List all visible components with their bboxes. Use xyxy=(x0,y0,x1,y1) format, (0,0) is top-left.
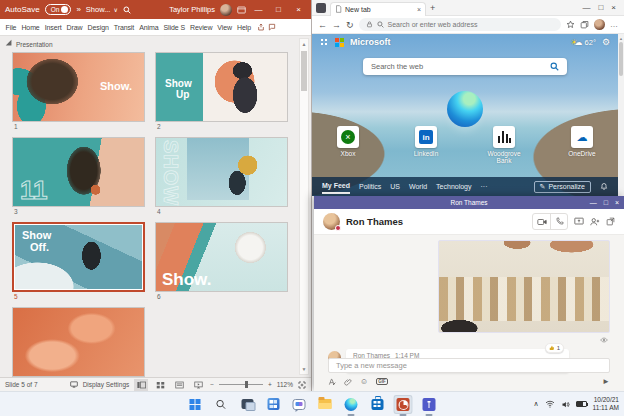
slide-1-canvas[interactable]: Show. xyxy=(12,52,145,122)
add-participant-icon[interactable] xyxy=(590,217,600,226)
tab-insert[interactable]: Insert xyxy=(42,24,64,31)
popout-icon[interactable] xyxy=(606,217,615,226)
format-icon[interactable] xyxy=(328,378,336,386)
zoom-level[interactable]: 112% xyxy=(277,381,293,388)
autosave-toggle[interactable]: On xyxy=(45,4,72,15)
close-button[interactable]: × xyxy=(615,199,619,206)
minimize-button[interactable]: — xyxy=(582,3,590,12)
zoom-in-button[interactable]: + xyxy=(268,381,272,388)
feed-tab-us[interactable]: US xyxy=(390,180,400,193)
file-explorer-button[interactable] xyxy=(316,395,335,414)
tab-actions-icon[interactable] xyxy=(316,3,326,13)
minimize-button[interactable]: — xyxy=(590,199,597,206)
slide-6-canvas[interactable]: Show. xyxy=(155,222,288,292)
audio-call-icon[interactable] xyxy=(550,214,567,229)
normal-view-button[interactable] xyxy=(134,379,148,391)
taskbar-clock[interactable]: 10/20/21 11:11 AM xyxy=(593,396,620,412)
fit-to-window-icon[interactable] xyxy=(298,381,306,389)
address-bar[interactable]: Search or enter web address xyxy=(359,18,561,31)
quick-access-overflow-icon[interactable]: » xyxy=(76,5,80,14)
document-title[interactable]: Show... ∨ xyxy=(86,5,118,14)
tab-view[interactable]: View xyxy=(215,24,235,31)
zoom-slider-thumb[interactable] xyxy=(245,381,248,388)
feed-tab-world[interactable]: World xyxy=(409,180,427,193)
collections-icon[interactable] xyxy=(580,20,589,29)
feed-tab-my-feed[interactable]: My Feed xyxy=(322,179,350,194)
feed-tab-technology[interactable]: Technology xyxy=(436,180,471,193)
settings-more-icon[interactable]: … xyxy=(610,20,618,29)
send-icon[interactable]: ► xyxy=(602,377,610,386)
video-call-icon[interactable] xyxy=(533,214,550,229)
sent-image-message[interactable] xyxy=(438,240,610,333)
scroll-up-icon[interactable]: ▲ xyxy=(300,39,308,49)
close-button[interactable]: × xyxy=(291,5,306,14)
profile-avatar[interactable] xyxy=(594,19,605,30)
reaction-badge[interactable]: 1 xyxy=(545,343,564,353)
search-icon[interactable] xyxy=(123,6,131,14)
web-search-box[interactable]: Search the web xyxy=(363,58,567,75)
gif-icon[interactable]: GIF xyxy=(376,378,388,385)
tab-draw[interactable]: Draw xyxy=(64,24,85,31)
share-icon[interactable] xyxy=(257,23,265,31)
tab-review[interactable]: Review xyxy=(188,24,215,31)
tab-transitions[interactable]: Transit xyxy=(111,24,136,31)
shortcut-woodgrove-bank[interactable]: Woodgrove Bank xyxy=(481,126,527,164)
scroll-down-icon[interactable]: ▼ xyxy=(300,364,308,374)
forward-icon[interactable]: → xyxy=(332,20,341,30)
taskbar-search-button[interactable] xyxy=(212,395,231,414)
wifi-icon[interactable] xyxy=(545,400,555,408)
shortcut-onedrive[interactable]: ☁OneDrive xyxy=(559,126,605,164)
powerpoint-taskbar-button[interactable] xyxy=(394,395,413,414)
widgets-button[interactable] xyxy=(264,395,283,414)
scrollbar-thumb[interactable] xyxy=(301,51,307,91)
scroll-up-icon[interactable]: ▲ xyxy=(618,34,624,42)
tab-home[interactable]: Home xyxy=(19,24,42,31)
slide-5-canvas[interactable]: ShowOff. xyxy=(12,222,145,292)
close-button[interactable]: × xyxy=(611,3,616,12)
start-button[interactable] xyxy=(186,395,205,414)
maximize-button[interactable]: □ xyxy=(271,5,286,14)
attach-icon[interactable] xyxy=(344,378,352,386)
tab-design[interactable]: Design xyxy=(85,24,111,31)
tab-close-icon[interactable]: × xyxy=(417,6,421,13)
app-launcher-icon[interactable] xyxy=(320,38,329,47)
tab-slideshow[interactable]: Slide S xyxy=(161,24,187,31)
slide-2-canvas[interactable]: ShowUp xyxy=(155,52,288,122)
minimize-button[interactable]: — xyxy=(251,5,266,14)
page-scrollbar[interactable]: ▲ xyxy=(618,34,624,196)
zoom-slider[interactable] xyxy=(219,384,263,385)
teams-taskbar-button[interactable] xyxy=(420,395,439,414)
edge-taskbar-button[interactable] xyxy=(342,395,361,414)
search-icon[interactable] xyxy=(550,62,559,71)
shortcut-xbox[interactable]: ×Xbox xyxy=(325,126,371,164)
screen-share-icon[interactable] xyxy=(574,217,584,226)
section-header[interactable]: Presentation xyxy=(0,36,311,50)
store-button[interactable] xyxy=(368,395,387,414)
message-input[interactable]: Type a new message xyxy=(328,358,610,373)
tray-chevron-icon[interactable]: ∧ xyxy=(533,400,538,408)
tab-help[interactable]: Help xyxy=(235,24,254,31)
volume-icon[interactable] xyxy=(561,400,570,409)
slide-sorter-view-button[interactable] xyxy=(153,379,167,391)
display-settings-label[interactable]: Display Settings xyxy=(83,381,130,388)
bell-icon[interactable] xyxy=(600,182,608,191)
maximize-button[interactable]: □ xyxy=(598,3,603,12)
task-view-button[interactable] xyxy=(238,395,257,414)
ribbon-display-options-icon[interactable] xyxy=(237,6,246,14)
tab-new-tab[interactable]: New tab × xyxy=(330,2,426,16)
slide-7-canvas[interactable] xyxy=(12,307,145,377)
battery-icon[interactable] xyxy=(576,401,587,407)
emoji-icon[interactable]: ☺ xyxy=(360,377,368,386)
display-settings-icon[interactable] xyxy=(70,381,78,388)
gear-icon[interactable]: ⚙ xyxy=(602,37,610,47)
tab-animations[interactable]: Anima xyxy=(137,24,161,31)
thumbnail-scrollbar[interactable]: ▲ ▼ xyxy=(299,38,309,375)
personalize-button[interactable]: ✎ Personalize xyxy=(534,181,591,193)
refresh-icon[interactable]: ↻ xyxy=(346,20,354,30)
contact-avatar[interactable] xyxy=(323,213,340,230)
slide-3-canvas[interactable]: 11 xyxy=(12,137,145,207)
feed-more-icon[interactable]: ··· xyxy=(481,180,488,193)
tab-file[interactable]: File xyxy=(3,24,19,31)
scrollbar-thumb[interactable] xyxy=(619,42,623,76)
maximize-button[interactable]: □ xyxy=(604,199,608,206)
